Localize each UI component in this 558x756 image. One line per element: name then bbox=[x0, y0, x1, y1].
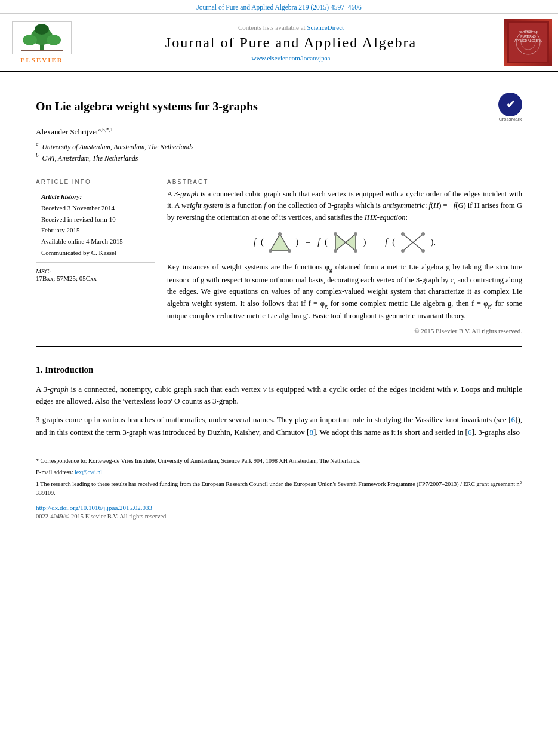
affil-a: a University of Amsterdam, Amsterdam, Th… bbox=[36, 142, 522, 152]
svg-point-14 bbox=[278, 232, 282, 236]
journal-banner: ELSEVIER Contents lists available at Sci… bbox=[0, 14, 558, 72]
author-name: Alexander Schrijver bbox=[36, 127, 98, 136]
history-available: Available online 4 March 2015 bbox=[41, 236, 150, 247]
journal-header: Journal of Pure and Applied Algebra 219 … bbox=[0, 0, 558, 14]
svg-point-21 bbox=[354, 249, 357, 253]
article-history-box: Article history: Received 3 November 201… bbox=[36, 189, 155, 262]
authors-line: Alexander Schrijvera,b,*,1 bbox=[36, 127, 522, 137]
svg-point-2 bbox=[23, 35, 37, 45]
history-label: Article history: bbox=[41, 193, 150, 200]
elsevier-logo-area: ELSEVIER bbox=[6, 21, 78, 63]
svg-text:JOURNAL OF: JOURNAL OF bbox=[519, 30, 537, 34]
journal-cover-image: JOURNAL OF PURE AND APPLIED ALGEBRA bbox=[504, 19, 552, 66]
affil-a-text: University of Amsterdam, Amsterdam, The … bbox=[42, 142, 194, 152]
term-ihx: IHX-equation bbox=[365, 213, 406, 222]
elsevier-wordmark: ELSEVIER bbox=[20, 56, 63, 63]
msc-values: 17Bxx; 57M25; 05Cxx bbox=[36, 275, 155, 282]
msc-box: MSC: 17Bxx; 57M25; 05Cxx bbox=[36, 268, 155, 282]
copyright-line: © 2015 Elsevier B.V. All rights reserved… bbox=[167, 327, 522, 334]
affiliations: a University of Amsterdam, Amsterdam, Th… bbox=[36, 142, 522, 164]
ref-8-link[interactable]: 8 bbox=[309, 428, 313, 437]
affil-b: b CWI, Amsterdam, The Netherlands bbox=[36, 153, 522, 164]
x-graph-svg bbox=[400, 232, 426, 253]
history-received: Received 3 November 2014 bbox=[41, 202, 150, 214]
article-title: On Lie algebra weight systems for 3-grap… bbox=[36, 99, 522, 114]
svg-rect-5 bbox=[21, 50, 63, 51]
svg-point-4 bbox=[35, 24, 49, 35]
triangle-graph-svg bbox=[269, 232, 291, 253]
intro-para1: A 3-graph is a connected, nonempty, cubi… bbox=[36, 383, 522, 408]
intro-para2: 3-graphs come up in various branches of … bbox=[36, 414, 522, 439]
i-graph-svg bbox=[332, 232, 359, 253]
journal-header-text: Journal of Pure and Applied Algebra 219 … bbox=[196, 4, 362, 11]
ihx-formula: f ( ) = f ( bbox=[167, 232, 522, 253]
author-sups: a,b,*,1 bbox=[98, 127, 113, 133]
svg-point-20 bbox=[334, 249, 337, 253]
history-communicated: Communicated by C. Kassel bbox=[41, 247, 150, 259]
article-info-abstract: ARTICLE INFO Article history: Received 3… bbox=[36, 179, 522, 334]
svg-marker-22 bbox=[403, 234, 423, 251]
svg-rect-7 bbox=[509, 23, 547, 62]
footer-divider bbox=[36, 451, 522, 451]
divider-2 bbox=[36, 346, 522, 347]
term-antisymmetric: antisymmetric bbox=[383, 201, 425, 210]
svg-point-16 bbox=[269, 249, 272, 253]
svg-point-3 bbox=[47, 35, 61, 45]
issn-line: 0022-4049/© 2015 Elsevier B.V. All right… bbox=[36, 513, 522, 520]
term-3graph: 3-graph bbox=[174, 190, 198, 198]
journal-title-main: Journal of Pure and Applied Algebra bbox=[84, 35, 498, 51]
abstract-text: A 3-graph is a connected cubic graph suc… bbox=[167, 189, 522, 322]
footnote-1: 1 The research leading to these results … bbox=[36, 480, 522, 498]
article-info-col: ARTICLE INFO Article history: Received 3… bbox=[36, 179, 155, 334]
main-content: ✔ CrossMark On Lie algebra weight system… bbox=[0, 72, 558, 531]
msc-label: MSC: bbox=[36, 268, 155, 275]
svg-text:APPLIED ALGEBRA: APPLIED ALGEBRA bbox=[514, 39, 542, 42]
abstract-header: ABSTRACT bbox=[167, 179, 522, 185]
svg-point-15 bbox=[288, 249, 291, 253]
svg-marker-17 bbox=[335, 234, 356, 251]
term-weight-system: weight system bbox=[181, 201, 223, 210]
history-revised: Received in revised form 10 February 201… bbox=[41, 214, 150, 236]
email-link[interactable]: lex@cwi.nl bbox=[75, 469, 102, 475]
ref-6b-link[interactable]: 6 bbox=[468, 428, 472, 437]
abstract-col: ABSTRACT A 3-graph is a connected cubic … bbox=[167, 179, 522, 334]
svg-point-18 bbox=[334, 232, 337, 236]
footnote-star: * Correspondence to: Korteweg-de Vries I… bbox=[36, 456, 522, 466]
ref-6-link[interactable]: 6 bbox=[511, 415, 516, 424]
svg-point-24 bbox=[421, 232, 425, 236]
article-info-header: ARTICLE INFO bbox=[36, 179, 155, 185]
divider-1 bbox=[36, 171, 522, 171]
elsevier-tree-logo bbox=[12, 21, 72, 54]
affil-b-text: CWI, Amsterdam, The Netherlands bbox=[42, 153, 138, 164]
svg-point-23 bbox=[401, 232, 405, 236]
svg-marker-13 bbox=[270, 234, 289, 251]
doi-line: http://dx.doi.org/10.1016/j.jpaa.2015.02… bbox=[36, 504, 522, 511]
intro-title: 1. Introduction bbox=[36, 365, 522, 375]
svg-text:PURE AND: PURE AND bbox=[520, 35, 536, 38]
sciencedirect-line: Contents lists available at ScienceDirec… bbox=[84, 24, 498, 31]
svg-point-25 bbox=[401, 249, 405, 253]
svg-point-26 bbox=[421, 249, 425, 253]
sciencedirect-link[interactable]: ScienceDirect bbox=[307, 24, 344, 31]
crossmark-badge: ✔ CrossMark bbox=[498, 93, 522, 122]
journal-center: Contents lists available at ScienceDirec… bbox=[84, 24, 498, 62]
abstract-after-formula: Key instances of weight systems are the … bbox=[167, 263, 522, 320]
svg-point-19 bbox=[354, 232, 357, 236]
journal-url: www.elsevier.com/locate/jpaa bbox=[84, 54, 498, 62]
footnote-email: E-mail address: lex@cwi.nl. bbox=[36, 468, 522, 477]
crossmark-icon: ✔ bbox=[498, 93, 522, 116]
doi-link[interactable]: http://dx.doi.org/10.1016/j.jpaa.2015.02… bbox=[36, 504, 152, 511]
